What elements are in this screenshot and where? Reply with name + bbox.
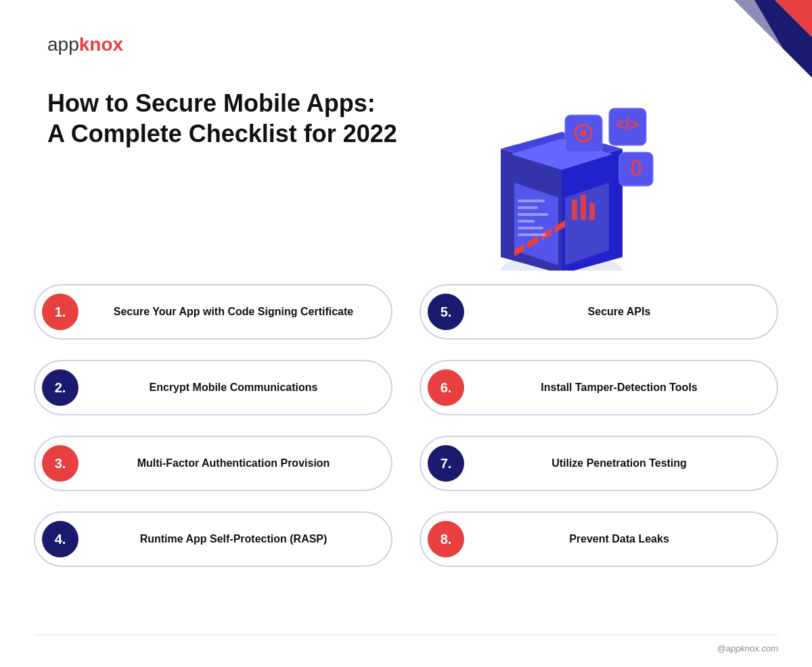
svg-rect-26 [518, 206, 538, 209]
checklist-item-2: 2. Encrypt Mobile Communications [34, 360, 392, 415]
checklist-item-5: 5. Secure APIs [420, 284, 778, 340]
checklist-item-1: 1. Secure Your App with Code Signing Cer… [34, 284, 392, 340]
svg-text:{}: {} [630, 158, 643, 176]
item-text-3: Multi-Factor Authentication Provision [89, 457, 378, 469]
checklist-container: 1. Secure Your App with Code Signing Cer… [34, 284, 778, 567]
checklist-item-7: 7. Utilize Penetration Testing [420, 436, 778, 491]
svg-rect-25 [518, 200, 545, 202]
item-text-4: Runtime App Self-Protection (RASP) [89, 533, 378, 545]
badge-4: 4. [42, 521, 78, 557]
item-text-6: Install Tamper-Detection Tools [475, 382, 763, 394]
svg-rect-27 [518, 213, 548, 216]
logo: appknox [47, 34, 123, 55]
page-title: How to Secure Mobile Apps: A Complete Ch… [47, 88, 397, 149]
svg-rect-30 [518, 233, 546, 236]
svg-rect-23 [581, 195, 586, 220]
checklist-item-4: 4. Runtime App Self-Protection (RASP) [34, 511, 392, 567]
item-text-5: Secure APIs [475, 306, 763, 318]
item-text-2: Encrypt Mobile Communications [89, 382, 378, 394]
logo-app-text: app [47, 34, 79, 55]
badge-1: 1. [42, 294, 78, 330]
checklist-item-6: 6. Install Tamper-Detection Tools [420, 360, 778, 415]
svg-point-17 [580, 130, 587, 137]
checklist-item-8: 8. Prevent Data Leaks [420, 511, 778, 567]
logo-knox-text: knox [79, 34, 123, 55]
badge-7: 7. [428, 445, 464, 482]
svg-rect-24 [589, 203, 595, 220]
checklist-item-3: 3. Multi-Factor Authentication Provision [34, 436, 392, 491]
footer-handle: @appknox.com [717, 643, 778, 653]
badge-3: 3. [42, 445, 78, 482]
footer: @appknox.com [34, 635, 778, 653]
badge-5: 5. [428, 294, 464, 330]
item-text-8: Prevent Data Leaks [475, 533, 763, 545]
svg-text:</>: </> [616, 115, 639, 133]
phone-illustration: </> {} [420, 41, 677, 271]
title-line1: How to Secure Mobile Apps: [47, 88, 397, 118]
item-text-7: Utilize Penetration Testing [475, 457, 763, 469]
item-text-1: Secure Your App with Code Signing Certif… [89, 306, 378, 318]
corner-decoration [697, 0, 812, 115]
svg-rect-28 [518, 220, 535, 223]
svg-rect-29 [518, 227, 543, 229]
badge-8: 8. [428, 521, 464, 557]
svg-rect-22 [572, 200, 577, 220]
title-line2: A Complete Checklist for 2022 [47, 118, 397, 149]
badge-6: 6. [428, 369, 464, 406]
badge-2: 2. [42, 369, 78, 406]
